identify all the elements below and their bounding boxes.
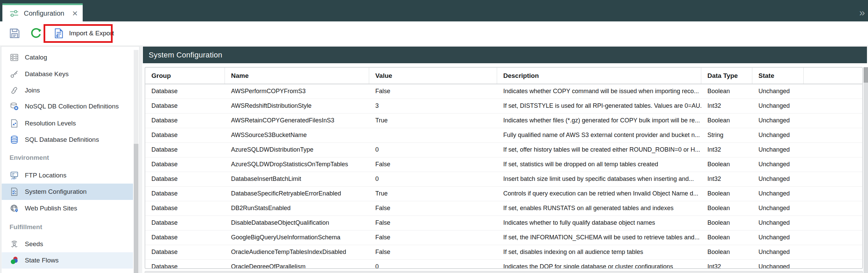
cell-description: If set, DISTSTYLE is used for all RPI-ge… bbox=[497, 99, 701, 113]
table-row[interactable]: Database AzureSQLDWDistributionType 0 If… bbox=[145, 143, 862, 157]
table-row[interactable]: Database AWSRetainCOPYGeneratedFilesInS3… bbox=[145, 114, 862, 128]
cell-value: 0 bbox=[369, 143, 497, 157]
sidebar-item-web-publish-sites[interactable]: Web Publish Sites bbox=[2, 200, 133, 217]
cell-state: Unchanged bbox=[752, 172, 804, 186]
cell-filler bbox=[804, 172, 862, 186]
main-panel: System Configuration Group Name Value De… bbox=[142, 46, 868, 273]
table-row[interactable]: Database AWSPerformCOPYFromS3 False Indi… bbox=[145, 84, 862, 99]
cell-filler bbox=[804, 260, 862, 269]
configuration-table: Group Name Value Description Data Type S… bbox=[145, 67, 863, 269]
table-row[interactable]: Database DB2RunStatsEnabled False If set… bbox=[145, 201, 862, 216]
column-header-value[interactable]: Value bbox=[369, 68, 497, 84]
table-row[interactable]: Database OracleAudienceTempTablesIndexDi… bbox=[145, 245, 862, 260]
table-row[interactable]: Database OracleDegreeOfParallelism 0 Ind… bbox=[145, 260, 862, 269]
cell-filler bbox=[804, 84, 862, 99]
cell-name: OracleAudienceTempTablesIndexDisabled bbox=[225, 245, 369, 259]
sidebar-item-system-configuration[interactable]: System Configuration bbox=[2, 184, 133, 200]
cell-name: OracleDegreeOfParallelism bbox=[225, 260, 369, 269]
cell-filler bbox=[804, 216, 862, 230]
tab-configuration[interactable]: Configuration ✕ bbox=[2, 3, 83, 21]
state-flows-icon bbox=[10, 256, 19, 265]
cell-name: AWSPerformCOPYFromS3 bbox=[225, 84, 369, 99]
table-scrollbar-thumb[interactable] bbox=[864, 67, 868, 83]
cell-state: Unchanged bbox=[752, 84, 804, 99]
cell-data-type: Boolean bbox=[701, 216, 752, 230]
cell-data-type: Boolean bbox=[701, 245, 752, 259]
seeds-people-icon bbox=[10, 239, 19, 249]
table-row[interactable]: Database DatabaseInsertBatchLimit 0 Inse… bbox=[145, 172, 862, 187]
table-row[interactable]: Database AWSSourceS3BucketName Fully qua… bbox=[145, 128, 862, 143]
sidebar-scrollbar-thumb[interactable] bbox=[134, 144, 138, 273]
sidebar-item-label: NoSQL DB Collection Definitions bbox=[25, 103, 119, 110]
cell-state: Unchanged bbox=[752, 187, 804, 201]
cell-filler bbox=[804, 187, 862, 201]
window-top-bar: Configuration ✕ » bbox=[0, 0, 868, 21]
cell-filler bbox=[804, 245, 862, 259]
sidebar-item-joins[interactable]: Joins bbox=[2, 82, 133, 99]
cell-filler bbox=[804, 128, 862, 142]
sidebar-item-nosql-db-collection-definitions[interactable]: NoSQL DB Collection Definitions bbox=[2, 98, 133, 115]
cell-data-type: Boolean bbox=[701, 84, 752, 99]
cell-value: True bbox=[369, 114, 497, 128]
cell-value: 3 bbox=[369, 99, 497, 113]
cell-state: Unchanged bbox=[752, 143, 804, 157]
cell-value: 0 bbox=[369, 172, 497, 186]
cell-state: Unchanged bbox=[752, 216, 804, 230]
key-icon bbox=[10, 69, 19, 79]
import-export-button[interactable]: Import & Export bbox=[50, 25, 117, 41]
sidebar-item-sql-database-definitions[interactable]: SQL Database Definitions bbox=[2, 132, 133, 148]
table-row[interactable]: Database AzureSQLDWDropStatisticsOnTempT… bbox=[145, 157, 862, 172]
sidebar-item-state-flows[interactable]: State Flows bbox=[2, 252, 133, 269]
cell-group: Database bbox=[145, 187, 225, 201]
table-row[interactable]: Database DisableDatabaseObjectQualificat… bbox=[145, 216, 862, 231]
column-header-name[interactable]: Name bbox=[225, 68, 369, 84]
import-export-label: Import & Export bbox=[69, 30, 114, 37]
cell-description: Indicates whether files (*.gz) generated… bbox=[497, 114, 701, 128]
column-header-data-type[interactable]: Data Type bbox=[701, 68, 752, 84]
table-row[interactable]: Database AWSRedshiftDistributionStyle 3 … bbox=[145, 99, 862, 114]
cell-description: If set, enables RUNSTATS on all generate… bbox=[497, 201, 701, 216]
sidebar-item-label: Resolution Levels bbox=[25, 120, 76, 127]
sidebar-item-catalog[interactable]: Catalog bbox=[2, 49, 133, 66]
cell-filler bbox=[804, 143, 862, 157]
cell-group: Database bbox=[145, 201, 225, 216]
ftp-server-icon bbox=[10, 171, 19, 180]
cell-filler bbox=[804, 157, 862, 172]
cell-data-type: Int32 bbox=[701, 172, 752, 186]
sidebar-item-resolution-levels[interactable]: Resolution Levels bbox=[2, 115, 133, 132]
cell-description: Fully qualified name of AWS S3 external … bbox=[497, 128, 701, 142]
tab-overflow-icon[interactable]: » bbox=[859, 7, 864, 18]
cell-data-type: Boolean bbox=[701, 114, 752, 128]
sidebar-scrollbar[interactable] bbox=[134, 50, 138, 273]
cell-group: Database bbox=[145, 260, 225, 269]
cell-data-type: Int32 bbox=[701, 99, 752, 113]
table-row[interactable]: Database GoogleBigQueryUseInformationSch… bbox=[145, 231, 862, 245]
sidebar-item-ftp-locations[interactable]: FTP Locations bbox=[2, 167, 133, 184]
tab-close-icon[interactable]: ✕ bbox=[72, 10, 78, 17]
table-row[interactable]: Database DatabaseSpecificRetryableErrorE… bbox=[145, 187, 862, 201]
cell-description: Insert batch size limit used by specific… bbox=[497, 172, 701, 186]
cell-name: DatabaseSpecificRetryableErrorEnabled bbox=[225, 187, 369, 201]
column-header-group[interactable]: Group bbox=[145, 68, 225, 84]
sidebar-item-database-keys[interactable]: Database Keys bbox=[2, 66, 133, 82]
sidebar-item-label: Catalog bbox=[25, 54, 47, 61]
column-header-description[interactable]: Description bbox=[497, 68, 701, 84]
refresh-button[interactable] bbox=[30, 27, 42, 39]
cell-state: Unchanged bbox=[752, 201, 804, 216]
globe-pin-icon bbox=[10, 204, 19, 213]
cell-data-type: String bbox=[701, 128, 752, 142]
cell-description: If set, statistics will be dropped on al… bbox=[497, 157, 701, 172]
column-header-state[interactable]: State bbox=[752, 68, 804, 84]
cell-name: GoogleBigQueryUseInformationSchema bbox=[225, 231, 369, 245]
cell-description: Indicates whether COPY command will be i… bbox=[497, 84, 701, 99]
import-export-document-icon bbox=[53, 28, 65, 39]
sidebar-item-label: Database Keys bbox=[25, 70, 69, 78]
cell-group: Database bbox=[145, 114, 225, 128]
cell-name: DisableDatabaseObjectQualification bbox=[225, 216, 369, 230]
table-scrollbar[interactable] bbox=[864, 67, 868, 273]
save-button[interactable] bbox=[9, 27, 21, 39]
cell-state: Unchanged bbox=[752, 114, 804, 128]
sidebar-item-seeds[interactable]: Seeds bbox=[2, 236, 133, 252]
cell-value: 0 bbox=[369, 260, 497, 269]
cell-data-type: Boolean bbox=[701, 201, 752, 216]
